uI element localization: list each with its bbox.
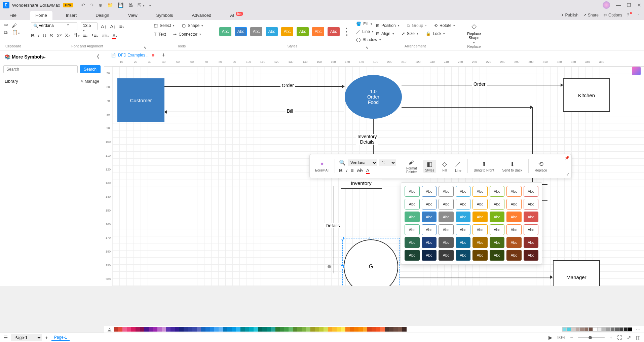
shape-tool[interactable]: ▢ Shape ▾ [180, 22, 205, 29]
style-popup-cell[interactable]: Abc [405, 250, 420, 261]
style-popup-cell[interactable]: Abc [524, 224, 539, 235]
symbol-search-button[interactable]: Search [80, 65, 101, 73]
line-details-v[interactable] [334, 186, 334, 273]
fullscreen-icon[interactable]: ⤢ [627, 335, 631, 341]
palette-swatch[interactable] [289, 327, 293, 332]
rotate-dropdown[interactable]: ⟲ Rotate▾ [432, 22, 457, 29]
presentation-icon[interactable]: ▶ [548, 335, 553, 341]
style-popup-cell[interactable]: Abc [439, 224, 454, 235]
style-popup-cell[interactable]: Abc [439, 250, 454, 261]
palette-swatch[interactable] [610, 327, 615, 332]
add-page-button[interactable]: + [45, 335, 48, 340]
palette-swatch[interactable] [175, 327, 179, 332]
zoom-in[interactable]: + [609, 335, 612, 340]
palette-swatch[interactable] [118, 327, 122, 332]
palette-swatch[interactable] [385, 327, 389, 332]
menu-symbols[interactable]: Symbols [151, 11, 179, 20]
style-popup-cell[interactable]: Abc [456, 186, 471, 197]
palette-swatch[interactable] [149, 327, 153, 332]
font-name-select[interactable]: 🔍Verdana▾ [31, 22, 77, 30]
palette-swatch[interactable] [619, 327, 623, 332]
ctx-replace[interactable]: ⟲Replace [533, 160, 549, 173]
help-button[interactable]: ? [627, 13, 633, 17]
arrow-bill[interactable] [164, 112, 344, 112]
undo-icon[interactable]: ↶ [81, 2, 85, 8]
text-tool[interactable]: T Text [152, 31, 168, 38]
style-popup-cell[interactable]: Abc [456, 199, 471, 210]
style-popup-cell[interactable]: Abc [422, 199, 437, 210]
palette-swatch[interactable] [363, 327, 367, 332]
library-manage-button[interactable]: ✎ Manage [80, 79, 99, 84]
palette-swatch[interactable] [372, 327, 376, 332]
palette-swatch[interactable] [367, 327, 372, 332]
print-icon[interactable]: 🖶 [128, 2, 133, 8]
palette-swatch[interactable] [254, 327, 258, 332]
style-swatch[interactable]: Abc [328, 27, 340, 36]
styles-scroll-up[interactable]: ▴ [346, 27, 347, 30]
style-popup-cell[interactable]: Abc [456, 250, 471, 261]
palette-swatch[interactable] [567, 327, 571, 332]
palette-swatch[interactable] [188, 327, 192, 332]
select-tool[interactable]: ⬚ Select ▾ [152, 22, 177, 29]
palette-swatch[interactable] [210, 327, 214, 332]
palette-swatch[interactable] [376, 327, 380, 332]
ctx-align[interactable]: ≡ [351, 167, 354, 173]
style-popup-cell[interactable]: Abc [506, 250, 522, 261]
shape-process-order-food[interactable]: 1.0OrderFood [345, 75, 402, 119]
ctx-italic[interactable]: I [346, 167, 347, 173]
style-popup-cell[interactable]: Abc [439, 212, 454, 222]
italic-icon[interactable]: I [38, 33, 39, 38]
user-avatar[interactable] [603, 1, 610, 9]
style-popup-cell[interactable]: Abc [439, 199, 454, 210]
style-popup-cell[interactable]: Abc [472, 250, 488, 261]
style-swatch[interactable]: Abc [312, 27, 324, 36]
copy-icon[interactable]: ⧉ [4, 30, 8, 36]
palette-swatch[interactable] [602, 327, 606, 332]
palette-swatch[interactable] [236, 327, 240, 332]
palette-swatch[interactable] [271, 327, 275, 332]
ctx-edraw-ai[interactable]: ✦Edraw AI [313, 160, 331, 173]
palette-swatch[interactable] [402, 327, 407, 332]
cut-icon[interactable]: ✂ [4, 22, 8, 28]
options-button[interactable]: ⚙ Options [603, 13, 622, 17]
style-popup-cell[interactable]: Abc [506, 237, 522, 248]
replace-shape-icon[interactable]: ◇ [471, 22, 477, 30]
palette-swatch[interactable] [166, 327, 171, 332]
palette-swatch[interactable] [341, 327, 345, 332]
underline-icon[interactable]: U [43, 33, 46, 38]
palette-swatch[interactable] [354, 327, 358, 332]
palette-swatch[interactable] [219, 327, 223, 332]
palette-swatch[interactable] [114, 327, 118, 332]
strike-icon[interactable]: S [50, 33, 53, 38]
palette-swatch[interactable] [136, 327, 140, 332]
paste-icon[interactable]: 📋▾ [12, 30, 20, 36]
palette-swatch[interactable] [205, 327, 210, 332]
styles-expand[interactable]: ≡ [346, 33, 347, 37]
palette-swatch[interactable] [284, 327, 289, 332]
style-popup-cell[interactable]: Abc [472, 212, 488, 222]
page-select[interactable]: Page-1 [11, 334, 42, 341]
line-spacing-icon[interactable]: ≡▾ [83, 33, 88, 38]
menu-advanced[interactable]: Advanced [186, 11, 217, 20]
palette-swatch[interactable] [358, 327, 363, 332]
palette-swatch[interactable] [324, 327, 328, 332]
style-popup-cell[interactable]: Abc [506, 186, 522, 197]
font-group-launcher[interactable]: ⬊ [144, 46, 146, 49]
size-dropdown[interactable]: ⤢ Size▾ [400, 30, 420, 37]
style-popup-cell[interactable]: Abc [422, 250, 437, 261]
style-swatch[interactable]: Abc [297, 27, 309, 36]
palette-swatch[interactable] [328, 327, 332, 332]
palette-swatch[interactable] [249, 327, 254, 332]
palette-swatch[interactable] [122, 327, 127, 332]
style-popup-cell[interactable]: Abc [490, 237, 505, 248]
style-popup-cell[interactable]: Abc [506, 224, 522, 235]
palette-swatch[interactable] [597, 327, 602, 332]
style-popup-cell[interactable]: Abc [422, 212, 437, 222]
collapse-panel-button[interactable]: 《 [94, 54, 99, 60]
ctx-format-painter[interactable]: 🖌Format Painter [404, 158, 419, 175]
style-popup-cell[interactable]: Abc [456, 224, 471, 235]
font-size-select[interactable]: 13.5 ▾ [81, 22, 98, 30]
group-dropdown[interactable]: ⧉ Group▾ [405, 22, 429, 29]
palette-swatch[interactable] [179, 327, 184, 332]
style-popup-cell[interactable]: Abc [472, 186, 488, 197]
